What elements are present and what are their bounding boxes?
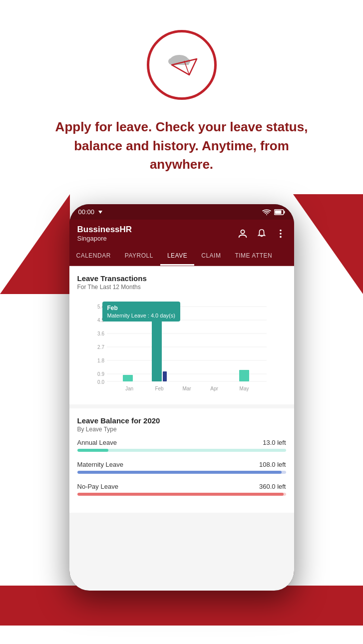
logo-icon — [162, 50, 202, 80]
chart-container: Feb Maternity Leave : 4.0 day(s) — [77, 297, 286, 396]
tab-calendar[interactable]: CALENDAR — [69, 247, 118, 266]
phone-wrapper: 00:00 — [0, 194, 363, 591]
annual-leave-balance: 13.0 left — [263, 439, 286, 446]
tagline: Apply for leave. Check your leave status… — [52, 118, 312, 174]
annual-leave-bar-fill — [77, 449, 109, 452]
svg-rect-31 — [163, 371, 167, 381]
svg-text:Feb: Feb — [155, 386, 164, 391]
maternity-leave-bar-bg — [77, 471, 286, 474]
svg-text:2.7: 2.7 — [97, 344, 104, 350]
svg-marker-7 — [98, 211, 102, 214]
chart-section: Leave Transactions For The Last 12 Month… — [69, 266, 294, 404]
status-time: 00:00 — [78, 208, 95, 216]
top-section: Apply for leave. Check your leave status… — [0, 0, 363, 194]
leave-item-nopay: No-Pay Leave 360.0 left — [77, 483, 286, 496]
chart-title: Leave Transactions — [77, 274, 286, 283]
maternity-leave-name: Maternity Leave — [77, 461, 124, 468]
svg-text:3.6: 3.6 — [97, 331, 104, 336]
svg-text:Mar: Mar — [182, 386, 191, 391]
svg-text:Apr: Apr — [210, 386, 218, 391]
svg-rect-9 — [284, 211, 285, 213]
leave-item-annual: Annual Leave 13.0 left — [77, 439, 286, 452]
nopay-leave-bar-fill — [77, 493, 284, 496]
svg-text:1.8: 1.8 — [97, 358, 104, 363]
dropdown-icon — [97, 209, 103, 215]
svg-text:4.5: 4.5 — [97, 318, 104, 323]
more-icon[interactable] — [275, 228, 286, 239]
logo-circle — [147, 30, 217, 100]
app-name: BussinessHR — [77, 225, 132, 235]
svg-line-5 — [172, 65, 189, 75]
annual-leave-bar-bg — [77, 449, 286, 452]
tab-payroll[interactable]: PAYROLL — [118, 247, 160, 266]
svg-rect-10 — [275, 210, 281, 214]
nav-tabs: CALENDAR PAYROLL LEAVE CLAIM TIME ATTEN — [69, 247, 294, 266]
phone-mockup: 00:00 — [69, 204, 294, 591]
nopay-leave-name: No-Pay Leave — [77, 483, 118, 490]
svg-point-13 — [280, 233, 282, 235]
svg-rect-29 — [123, 375, 133, 381]
svg-rect-32 — [239, 370, 249, 381]
svg-point-14 — [280, 236, 282, 238]
wifi-icon — [262, 209, 271, 216]
annual-leave-name: Annual Leave — [77, 439, 117, 446]
phone-content: Leave Transactions For The Last 12 Month… — [69, 266, 294, 591]
status-bar: 00:00 — [69, 204, 294, 220]
balance-title: Leave Balance for 2020 — [77, 416, 286, 425]
svg-text:0.9: 0.9 — [97, 371, 104, 377]
balance-subtitle: By Leave Type — [77, 426, 286, 433]
battery-icon — [274, 209, 285, 215]
balance-section: Leave Balance for 2020 By Leave Type Ann… — [69, 408, 294, 513]
tab-claim[interactable]: CLAIM — [194, 247, 228, 266]
svg-text:5.4: 5.4 — [97, 304, 104, 310]
chart-subtitle: For The Last 12 Months — [77, 284, 286, 291]
svg-point-11 — [241, 230, 244, 233]
chart-svg: 5.4 4.5 3.6 2.7 1.8 0.9 0.0 — [77, 297, 286, 396]
nopay-leave-balance: 360.0 left — [259, 483, 286, 490]
tab-leave[interactable]: LEAVE — [160, 247, 194, 266]
svg-text:0.0: 0.0 — [97, 379, 104, 385]
tab-time-attendance[interactable]: TIME ATTEN — [228, 247, 279, 266]
svg-rect-30 — [152, 320, 162, 381]
user-icon[interactable] — [237, 228, 248, 239]
bell-icon[interactable] — [256, 228, 267, 239]
app-subtitle: Singapore — [77, 235, 132, 242]
svg-point-12 — [280, 229, 282, 231]
svg-text:May: May — [239, 386, 249, 391]
maternity-leave-balance: 108.0 left — [259, 461, 286, 468]
maternity-leave-bar-fill — [77, 471, 282, 474]
nopay-leave-bar-bg — [77, 493, 286, 496]
svg-text:Jan: Jan — [125, 386, 133, 391]
leave-item-maternity: Maternity Leave 108.0 left — [77, 461, 286, 474]
app-header: BussinessHR Singapore — [69, 220, 294, 247]
